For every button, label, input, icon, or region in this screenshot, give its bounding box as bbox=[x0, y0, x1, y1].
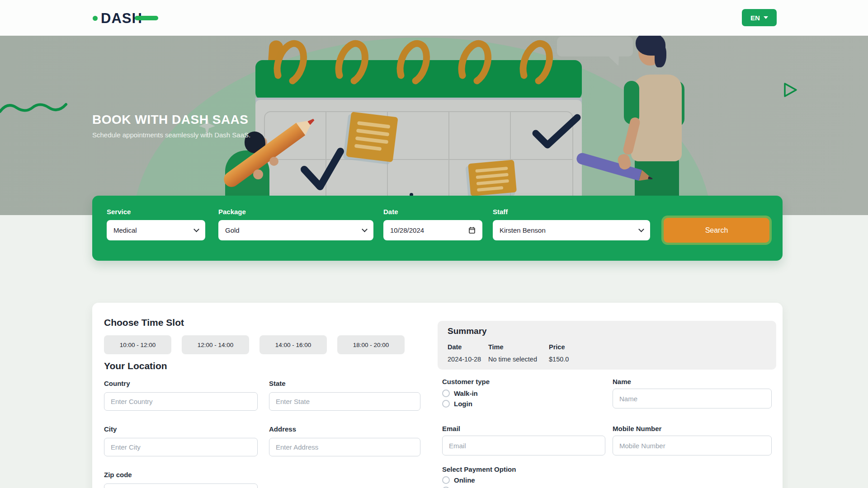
date-label: Date bbox=[383, 208, 398, 216]
caret-down-icon bbox=[764, 16, 768, 19]
hero-subtitle: Schedule appointments seamlessly with Da… bbox=[92, 131, 250, 139]
chevron-down-icon bbox=[362, 226, 368, 232]
summary-panel: Summary Date Time Price 2024-10-28 No ti… bbox=[438, 321, 776, 370]
date-value: 10/28/2024 bbox=[390, 226, 424, 234]
mobile-input[interactable] bbox=[613, 436, 772, 455]
time-slot-button[interactable]: 10:00 - 12:00 bbox=[104, 335, 171, 354]
zip-input[interactable] bbox=[104, 483, 258, 488]
summary-heading: Summary bbox=[448, 326, 487, 336]
person-left-hand-2 bbox=[269, 157, 278, 166]
state-input[interactable] bbox=[269, 392, 420, 411]
calendar-icon bbox=[468, 226, 476, 234]
language-label: EN bbox=[750, 14, 760, 22]
email-input[interactable] bbox=[442, 436, 605, 455]
staff-value: Kirsten Benson bbox=[500, 226, 546, 234]
time-slot-heading: Choose Time Slot bbox=[104, 317, 184, 328]
summary-date-value: 2024-10-28 bbox=[448, 356, 481, 363]
online-label: Online bbox=[454, 476, 475, 484]
person-left-hand bbox=[253, 169, 263, 179]
booking-card: Choose Time Slot 10:00 - 12:00 12:00 - 1… bbox=[92, 303, 783, 488]
booking-page: DASH EN bbox=[0, 0, 868, 488]
service-label: Service bbox=[107, 208, 131, 216]
zip-label: Zip code bbox=[104, 471, 132, 479]
summary-time-value: No time selected bbox=[488, 356, 537, 363]
service-select[interactable]: Medical bbox=[107, 220, 205, 240]
chevron-down-icon bbox=[638, 226, 644, 232]
time-slot-list: 10:00 - 12:00 12:00 - 14:00 14:00 - 16:0… bbox=[104, 335, 405, 354]
hero-banner: BOOK WITH DASH SAAS Schedule appointment… bbox=[0, 36, 868, 215]
payment-option-label: Select Payment Option bbox=[442, 465, 516, 473]
package-select[interactable]: Gold bbox=[218, 220, 373, 240]
online-payment-radio[interactable]: Online bbox=[442, 476, 475, 484]
staff-select[interactable]: Kirsten Benson bbox=[493, 220, 650, 240]
dash-logo[interactable]: DASH bbox=[93, 9, 158, 27]
name-input[interactable] bbox=[613, 389, 772, 408]
top-header: DASH EN bbox=[0, 0, 868, 36]
country-label: Country bbox=[104, 380, 130, 387]
summary-price-value: $150.0 bbox=[549, 356, 569, 363]
login-label: Login bbox=[454, 400, 472, 408]
service-value: Medical bbox=[113, 226, 137, 234]
walk-in-label: Walk-in bbox=[454, 389, 478, 397]
date-input[interactable]: 10/28/2024 bbox=[383, 220, 482, 240]
hero-title: BOOK WITH DASH SAAS bbox=[92, 113, 249, 127]
state-label: State bbox=[269, 380, 286, 387]
person-right-hair-back bbox=[655, 44, 666, 67]
radio-icon bbox=[442, 476, 450, 484]
name-label: Name bbox=[613, 378, 631, 385]
staff-label: Staff bbox=[493, 208, 508, 216]
radio-icon bbox=[442, 389, 450, 397]
chevron-down-icon bbox=[193, 226, 199, 232]
play-icon bbox=[781, 81, 799, 99]
mobile-label: Mobile Number bbox=[613, 425, 661, 432]
customer-type-label: Customer type bbox=[442, 378, 490, 385]
city-label: City bbox=[104, 425, 117, 433]
summary-price-label: Price bbox=[549, 343, 565, 351]
time-slot-button[interactable]: 14:00 - 16:00 bbox=[259, 335, 327, 354]
login-radio[interactable]: Login bbox=[442, 400, 472, 408]
language-dropdown-button[interactable]: EN bbox=[742, 9, 777, 26]
time-slot-button[interactable]: 12:00 - 14:00 bbox=[182, 335, 249, 354]
summary-time-label: Time bbox=[488, 343, 504, 351]
logo-dash-icon bbox=[135, 16, 158, 20]
walk-in-radio[interactable]: Walk-in bbox=[442, 389, 478, 397]
location-heading: Your Location bbox=[104, 361, 167, 371]
squiggle-decoration bbox=[0, 98, 72, 118]
city-input[interactable] bbox=[104, 438, 258, 456]
package-value: Gold bbox=[225, 226, 240, 234]
email-label: Email bbox=[442, 425, 460, 432]
time-slot-button[interactable]: 18:00 - 20:00 bbox=[337, 335, 405, 354]
search-button[interactable]: Search bbox=[664, 218, 769, 243]
radio-icon bbox=[442, 400, 450, 408]
address-input[interactable] bbox=[269, 438, 420, 456]
package-label: Package bbox=[218, 208, 246, 216]
appointment-search-panel: Service Medical Package Gold Date 10/28/… bbox=[92, 196, 783, 261]
address-label: Address bbox=[269, 425, 296, 433]
logo-dot-icon bbox=[93, 16, 98, 21]
speech-bubble-tail bbox=[609, 53, 623, 68]
summary-date-label: Date bbox=[448, 343, 462, 351]
country-input[interactable] bbox=[104, 392, 258, 411]
